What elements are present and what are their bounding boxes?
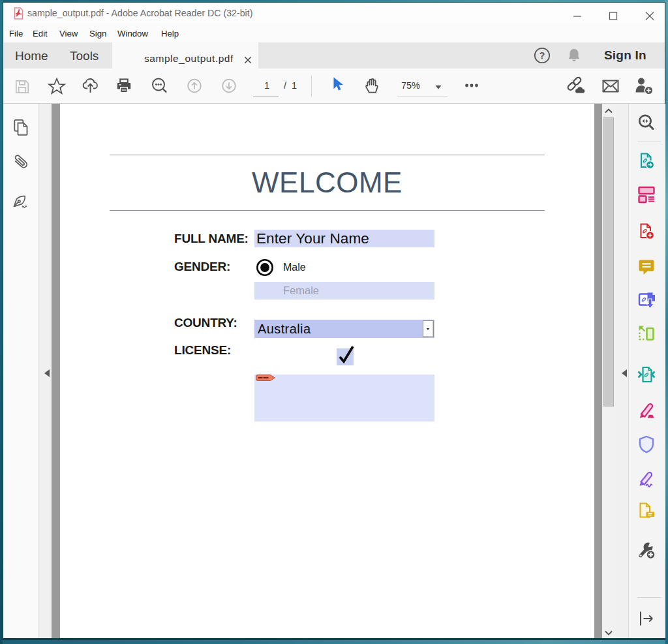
- svg-text:?: ?: [539, 50, 545, 61]
